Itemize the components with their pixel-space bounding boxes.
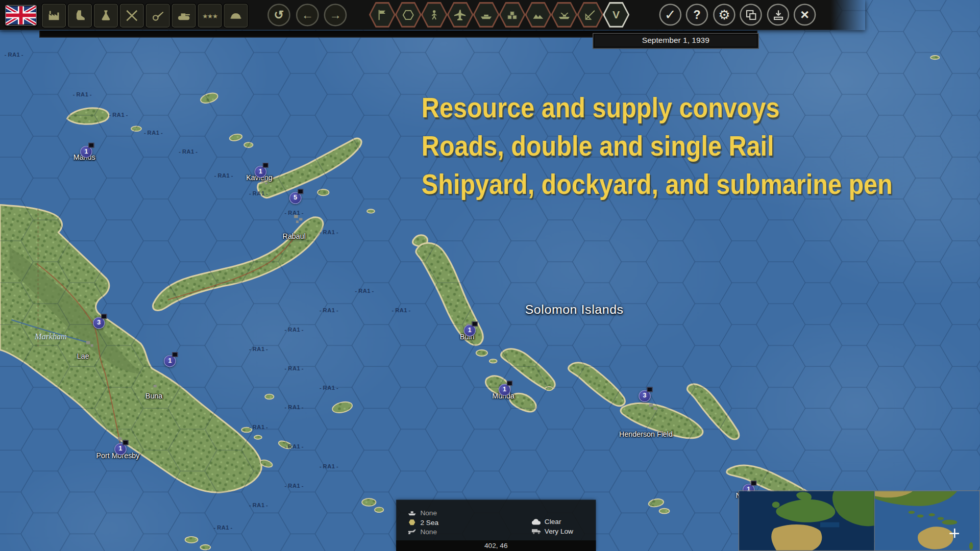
helmet-icon: [228, 8, 243, 23]
hex-grid: [0, 0, 980, 551]
hex-icon: [406, 518, 418, 526]
next-unit-button[interactable]: →: [324, 4, 347, 26]
right-arrow-icon: →: [329, 8, 341, 21]
infantry-icon: [428, 9, 440, 21]
terrain-value: 2 Sea: [420, 518, 438, 526]
map-mode-infantry-button[interactable]: [421, 2, 448, 28]
aircraft-icon: [454, 9, 467, 21]
top-toolbar: ★★★ ↺ ← → V ✓ ? ⚙: [0, 0, 865, 30]
resources-icon: [506, 9, 519, 21]
flag-icon: [376, 9, 388, 21]
artillery-button[interactable]: [145, 3, 170, 28]
overlay-line-3: Shipyard, dockyard, and submarine pen: [422, 165, 893, 203]
terrain-row: 2 Sea: [406, 518, 438, 527]
boot-icon: [72, 8, 88, 23]
tutorial-overlay-text: Resource and supply convoys Roads, doubl…: [422, 89, 893, 203]
hex-info-panel: None 2 Sea None Clear Very Low 402, 46: [396, 500, 596, 551]
supply-row: Very Low: [530, 527, 573, 535]
region-label: Solomon Islands: [525, 303, 624, 317]
cursor-coordinates: 402, 46: [396, 540, 596, 551]
game-screen: RA1RA1RA1RA1RA1RA1RA1RA1RA1RA1RA1RA1RA1R…: [0, 0, 980, 551]
settings-button[interactable]: ⚙: [713, 4, 735, 26]
overlay-line-2: Roads, double and single Rail: [422, 127, 893, 165]
confirm-button[interactable]: ✓: [659, 4, 681, 26]
overlay-line-1: Resource and supply convoys: [422, 89, 893, 127]
close-icon: ×: [800, 5, 809, 24]
factory-icon: [46, 8, 62, 23]
stars-icon: ★★★: [202, 12, 217, 19]
terrain-icon: [532, 9, 545, 21]
map-mode-aircraft-button[interactable]: [447, 2, 474, 28]
victory-icon: V: [612, 9, 620, 21]
weather-icon: [530, 518, 542, 525]
naval-loop-value: None: [420, 509, 437, 517]
supply-icon: [530, 528, 542, 534]
left-arrow-icon: ←: [302, 8, 314, 21]
crossed-rifles-icon: [124, 8, 139, 23]
boot-button[interactable]: [67, 3, 93, 28]
previous-unit-button[interactable]: ←: [296, 4, 319, 26]
map-mode-measure-button[interactable]: [577, 2, 603, 28]
minimap-pacific-image: [875, 491, 980, 551]
tank-button[interactable]: [171, 3, 197, 28]
hex-grid-icon: [402, 9, 414, 21]
combat-button[interactable]: [119, 3, 144, 28]
fortification-row: None: [406, 527, 438, 536]
close-button[interactable]: ×: [794, 4, 816, 26]
minimap-crosshair-icon: [949, 529, 959, 538]
map-mode-terrain-button[interactable]: [525, 2, 551, 28]
minimap-europe-image: [739, 491, 875, 551]
minimap-pacific[interactable]: [875, 490, 980, 551]
river-label: Markham: [35, 332, 67, 342]
flask-icon: [98, 8, 113, 23]
map-mode-flag-button[interactable]: [369, 2, 396, 28]
fortification-value: None: [420, 528, 437, 536]
battleship-icon: [558, 9, 571, 21]
minimap-europe[interactable]: [739, 490, 875, 551]
map-mode-resources-button[interactable]: [499, 2, 525, 28]
map-mode-victory-button[interactable]: V: [603, 2, 629, 28]
map-canvas[interactable]: RA1RA1RA1RA1RA1RA1RA1RA1RA1RA1RA1RA1RA1R…: [0, 0, 980, 551]
map-mode-carrier-button[interactable]: [473, 2, 499, 28]
supply-value: Very Low: [545, 527, 573, 535]
measure-icon: [584, 9, 597, 21]
map-terrain: [0, 0, 980, 551]
game-date: September 1, 1939: [593, 33, 758, 49]
question-icon: ?: [693, 5, 700, 24]
help-button[interactable]: ?: [686, 4, 708, 26]
command-button[interactable]: ★★★: [197, 3, 223, 28]
union-jack-icon: [6, 6, 36, 25]
hex-info-left-column: None 2 Sea None: [406, 509, 438, 537]
hex-info-right-column: Clear Very Low: [530, 517, 573, 536]
undo-icon: ↺: [274, 8, 284, 21]
factory-button[interactable]: [41, 3, 67, 28]
gear-icon: ⚙: [718, 5, 730, 24]
weather-value: Clear: [545, 518, 561, 525]
ship-icon: [406, 509, 418, 517]
window-icon: [745, 9, 757, 21]
carrier-icon: [480, 9, 493, 21]
window-mode-button[interactable]: [740, 4, 762, 26]
army-button[interactable]: [223, 3, 249, 28]
naval-loop-row: None: [406, 509, 438, 517]
undo-button[interactable]: ↺: [267, 4, 290, 26]
weather-row: Clear: [530, 517, 573, 526]
tank-icon: [176, 8, 191, 23]
artillery-icon: [150, 8, 165, 23]
check-icon: ✓: [665, 5, 676, 24]
map-mode-battleship-button[interactable]: [551, 2, 577, 28]
gun-icon: [406, 529, 418, 535]
save-button[interactable]: [767, 4, 789, 26]
research-button[interactable]: [93, 3, 119, 28]
nation-flag-button[interactable]: [5, 5, 37, 26]
download-icon: [772, 9, 785, 21]
map-mode-hexgrid-button[interactable]: [395, 2, 422, 28]
